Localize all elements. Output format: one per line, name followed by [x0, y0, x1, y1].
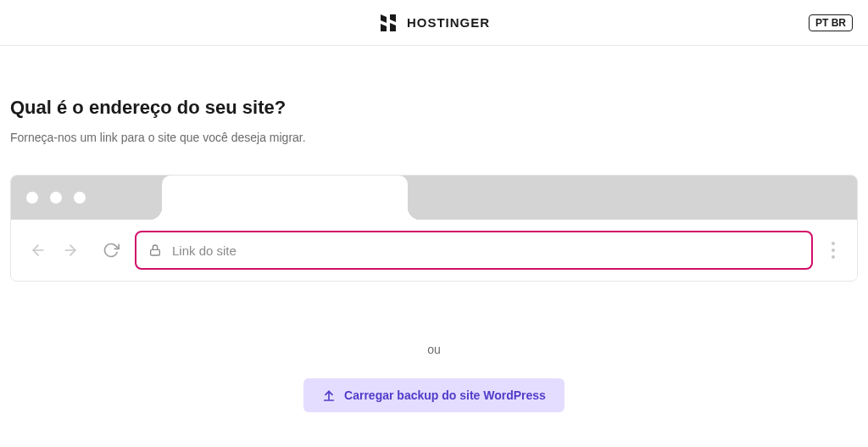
main-content: Qual é o endereço do seu site? Forneça-n…: [0, 46, 868, 412]
reload-icon: [103, 242, 120, 259]
back-icon: [30, 242, 47, 259]
page-title: Qual é o endereço do seu site?: [10, 97, 858, 119]
upload-backup-button[interactable]: Carregar backup do site WordPress: [303, 378, 565, 412]
page-subtitle: Forneça-nos um link para o site que você…: [10, 131, 858, 144]
language-selector[interactable]: PT BR: [809, 14, 853, 31]
upload-icon: [322, 388, 336, 402]
lock-icon: [148, 243, 162, 257]
svg-rect-2: [151, 249, 160, 255]
upload-button-label: Carregar backup do site WordPress: [344, 388, 546, 402]
browser-active-tab: [162, 176, 408, 220]
window-dot-icon: [26, 192, 38, 204]
brand-name: HOSTINGER: [407, 15, 490, 30]
browser-address-bar: [11, 220, 857, 281]
app-header: HOSTINGER PT BR: [0, 0, 868, 46]
window-controls: [26, 192, 86, 204]
brand-logo[interactable]: HOSTINGER: [378, 13, 490, 33]
browser-tabbar: [11, 176, 857, 220]
url-input-wrapper[interactable]: [135, 231, 813, 270]
browser-mockup: [10, 175, 858, 282]
forward-icon: [62, 242, 79, 259]
hostinger-logo-icon: [378, 13, 398, 33]
browser-menu-icon: [828, 238, 838, 262]
window-dot-icon: [50, 192, 62, 204]
site-url-input[interactable]: [172, 243, 799, 258]
or-divider: ou: [10, 343, 858, 356]
window-dot-icon: [74, 192, 86, 204]
